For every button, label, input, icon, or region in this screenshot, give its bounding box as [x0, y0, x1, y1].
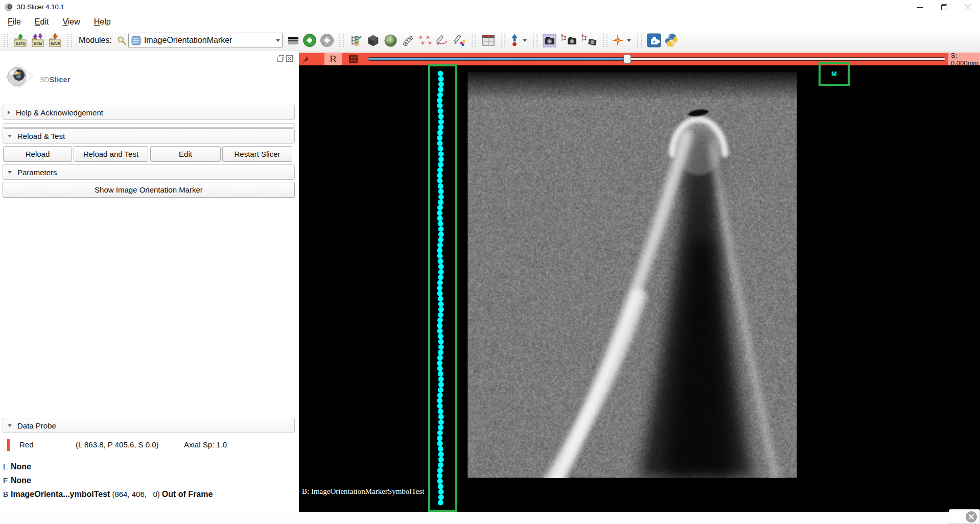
error-log-frame	[949, 509, 980, 524]
scene-view-restore-icon	[580, 34, 598, 47]
slice-offset-slider[interactable]	[368, 53, 945, 65]
menu-view[interactable]: View	[62, 17, 80, 27]
slice-orientation-label: R	[324, 53, 342, 65]
load-dicom-button[interactable]: DCM	[29, 32, 46, 49]
modules-history-button[interactable]	[286, 32, 301, 49]
ultrasound-image[interactable]	[468, 72, 797, 478]
module-selector-value: ImageOrientationMarker	[144, 36, 273, 45]
slice-color-swatch	[7, 439, 10, 451]
restore-button[interactable]	[932, 0, 956, 14]
scene-view-capture-icon	[560, 34, 577, 47]
slice-ras-coords: (L 863.8, P 405.6, S 0.0)	[76, 440, 159, 449]
markups-button[interactable]: ✳✳✳✳	[415, 32, 433, 49]
restart-slicer-button[interactable]: Restart Slicer	[222, 146, 292, 162]
menu-bar: File Edit View Help	[0, 14, 980, 30]
crosshair-button[interactable]	[611, 32, 624, 49]
slice-menu-icon[interactable]	[349, 55, 358, 63]
python-console-button[interactable]	[663, 32, 680, 49]
layout-selector-icon	[482, 34, 495, 46]
transforms-icon	[401, 34, 413, 46]
module-back-icon	[302, 33, 317, 47]
load-data-icon: DATA	[13, 33, 28, 47]
slider-groove[interactable]	[368, 57, 945, 61]
slicer-window: 3D Slicer 4.10.1 File Edit View Help	[0, 0, 980, 524]
module-selector[interactable]: ImageOrientationMarker	[128, 33, 283, 48]
crosshair-icon	[612, 35, 623, 46]
svg-text:✳: ✳	[427, 40, 432, 46]
reload-button[interactable]: Reload	[3, 146, 72, 162]
menu-file[interactable]: File	[8, 17, 21, 27]
toolbar-drag-handle[interactable]	[339, 34, 344, 47]
close-icon	[965, 5, 971, 10]
main-toolbar: DATA DCM SAVE Modules:	[0, 30, 980, 52]
chevron-down-icon	[523, 39, 527, 42]
annotations-icon	[453, 34, 466, 47]
screenshot-button[interactable]	[541, 32, 558, 49]
module-back-button[interactable]	[301, 32, 318, 49]
slice-intersections-button[interactable]	[509, 32, 520, 49]
svg-text:DCM: DCM	[34, 42, 42, 45]
toolbar-drag-handle[interactable]	[67, 34, 72, 47]
collapse-arrow-icon	[8, 171, 12, 174]
transforms-button[interactable]	[400, 32, 415, 49]
close-button[interactable]	[956, 0, 980, 14]
screenshot-icon	[543, 34, 556, 47]
section-parameters[interactable]: Parameters	[3, 164, 295, 180]
minimize-icon	[917, 5, 923, 10]
scene-view-capture-button[interactable]	[558, 32, 579, 49]
module-search-icon	[116, 35, 127, 45]
module-search-button[interactable]	[115, 32, 128, 49]
ruler-button[interactable]	[433, 32, 451, 49]
menu-edit[interactable]: Edit	[35, 17, 49, 27]
toolbar-drag-handle[interactable]	[4, 34, 8, 47]
close-panel-icon[interactable]	[286, 55, 293, 62]
slider-track	[628, 58, 945, 60]
window-title: 3D Slicer 4.10.1	[17, 3, 64, 11]
models-button[interactable]	[382, 32, 400, 49]
load-data-button[interactable]: DATA	[12, 32, 29, 49]
section-help-acknowledgement[interactable]: Help & Acknowledgement	[3, 105, 295, 120]
module-icon	[131, 36, 141, 45]
module-forward-icon	[320, 33, 334, 47]
slice-offset-label: S: 0.000mm	[948, 53, 980, 65]
restore-icon	[941, 4, 947, 10]
toolbar-drag-handle[interactable]	[637, 34, 642, 47]
slicer-logo	[3, 61, 36, 90]
scene-view-restore-button[interactable]	[579, 32, 599, 49]
toolbar-drag-handle[interactable]	[603, 34, 608, 47]
module-forward-button[interactable]	[318, 32, 336, 49]
layout-selector-button[interactable]	[480, 32, 497, 49]
edit-button[interactable]: Edit	[150, 146, 221, 162]
module-list-button[interactable]	[347, 32, 365, 49]
statusbar-close-button[interactable]	[966, 511, 977, 522]
volume-rendering-button[interactable]	[365, 32, 382, 49]
markups-icon: ✳✳✳✳	[416, 34, 432, 46]
slider-handle[interactable]	[623, 54, 631, 64]
extensions-manager-button[interactable]	[645, 32, 663, 49]
slicer-logo-text: 3DSlicer	[40, 76, 71, 84]
save-button[interactable]: SAVE	[46, 32, 64, 49]
section-data-probe[interactable]: Data Probe	[3, 418, 295, 433]
toolbar-drag-handle[interactable]	[533, 34, 538, 47]
reload-and-test-button[interactable]: Reload and Test	[74, 146, 148, 162]
toolbar-drag-handle[interactable]	[501, 34, 505, 47]
data-probe-layer-B: BImageOrienta...ymbolTest(864, 406, 0)Ou…	[3, 490, 297, 504]
slider-fill	[368, 58, 628, 60]
crosshair-menu-button[interactable]	[624, 32, 634, 49]
undock-panel-icon[interactable]	[277, 55, 284, 62]
show-image-orientation-marker-button[interactable]: Show Image Orientation Marker	[3, 182, 295, 198]
volume-rendering-icon	[366, 34, 380, 47]
section-reload-test[interactable]: Reload & Test	[3, 128, 295, 144]
pin-icon[interactable]	[302, 55, 309, 63]
toolbar-drag-handle[interactable]	[472, 34, 476, 47]
annotations-button[interactable]	[451, 32, 468, 49]
red-slice-view[interactable]: R S: 0.000mm M B: Imag	[299, 53, 980, 512]
app-logo-icon	[5, 3, 14, 12]
slice-intersections-menu-button[interactable]	[520, 32, 529, 49]
menu-help[interactable]: Help	[94, 17, 111, 27]
extensions-manager-icon	[647, 33, 661, 47]
slice-controller-bar: R S: 0.000mm	[299, 53, 980, 65]
python-console-icon	[664, 33, 679, 47]
minimize-button[interactable]	[908, 0, 932, 14]
modules-label: Modules:	[79, 36, 112, 45]
